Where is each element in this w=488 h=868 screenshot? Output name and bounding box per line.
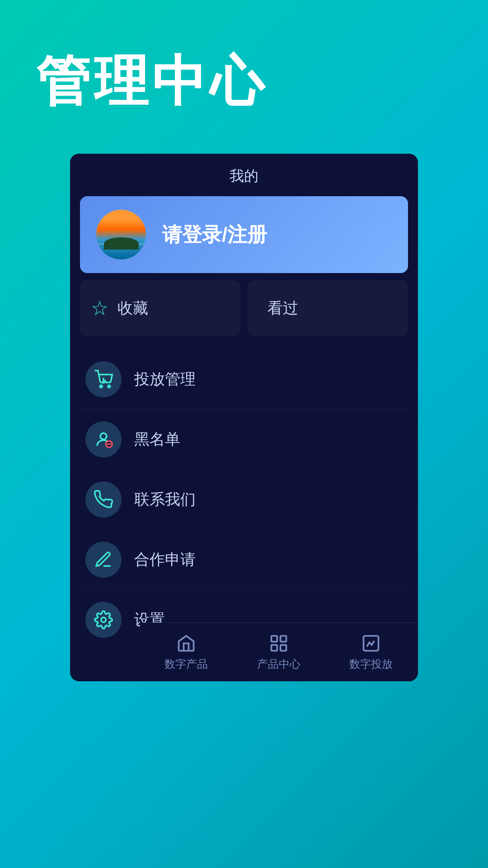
svg-rect-11: [280, 636, 286, 642]
svg-point-4: [100, 385, 102, 387]
cart-down-icon-bg: [85, 361, 122, 397]
card-header: 我的: [70, 154, 418, 196]
star-icon: ☆: [91, 297, 108, 320]
favorites-label: 收藏: [117, 298, 148, 319]
home-icon: [176, 633, 196, 653]
quick-actions: ☆ 收藏 看过: [80, 280, 408, 336]
svg-point-9: [101, 618, 106, 623]
edit-icon: [94, 550, 113, 569]
cart-down-icon: [94, 370, 113, 389]
nav-item-product-center[interactable]: 产品中心: [248, 629, 310, 676]
svg-point-6: [100, 433, 107, 439]
phone-icon-bg: [85, 481, 122, 518]
gear-icon: [94, 610, 113, 629]
nav-label-digital-products: 数字产品: [164, 657, 208, 671]
menu-list: 投放管理 黑名单 联系我们: [70, 345, 418, 668]
history-label: 看过: [267, 298, 298, 319]
history-button[interactable]: 看过: [248, 280, 408, 336]
nav-item-digital-products[interactable]: 数字产品: [155, 629, 217, 676]
main-card: 我的 请登录/注册 ☆ 收藏 看过: [70, 154, 418, 681]
avatar: [96, 210, 146, 259]
menu-label-cooperation: 合作申请: [134, 549, 196, 570]
nav-item-digital-delivery[interactable]: 数字投放: [340, 629, 402, 676]
login-register-label: 请登录/注册: [162, 222, 267, 248]
menu-label-contact: 联系我们: [134, 489, 196, 510]
menu-label-blacklist: 黑名单: [134, 429, 180, 450]
edit-icon-bg: [85, 542, 122, 578]
bottom-navigation: 数字产品 产品中心 数字投放 我的: [140, 623, 418, 681]
menu-item-contact[interactable]: 联系我们: [80, 470, 408, 530]
phone-icon: [94, 490, 113, 509]
login-banner[interactable]: 请登录/注册: [80, 196, 408, 273]
chart-icon: [361, 633, 381, 653]
favorites-button[interactable]: ☆ 收藏: [80, 280, 240, 336]
gear-icon-bg: [85, 602, 122, 638]
menu-label-ad-management: 投放管理: [134, 369, 196, 390]
user-block-icon: [94, 430, 113, 449]
menu-item-cooperation[interactable]: 合作申请: [80, 530, 408, 590]
menu-item-blacklist[interactable]: 黑名单: [80, 410, 408, 470]
nav-label-digital-delivery: 数字投放: [349, 657, 393, 671]
svg-rect-13: [280, 645, 286, 651]
menu-item-ad-management[interactable]: 投放管理: [80, 349, 408, 410]
nav-label-product-center: 产品中心: [257, 657, 300, 671]
user-block-icon-bg: [85, 421, 122, 458]
svg-rect-10: [271, 636, 277, 642]
svg-point-5: [108, 385, 110, 387]
svg-rect-12: [271, 645, 277, 651]
page-title: 管理中心: [36, 45, 267, 119]
grid-icon: [269, 633, 289, 653]
